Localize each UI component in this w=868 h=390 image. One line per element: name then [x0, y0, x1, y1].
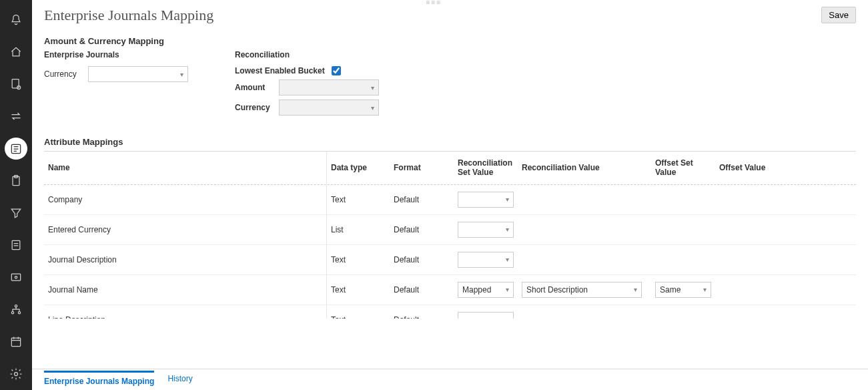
mapping-icon[interactable]	[5, 138, 27, 160]
th-offset-value: Offset Value	[715, 152, 809, 184]
chevron-down-icon: ▾	[703, 286, 707, 293]
cell-recon-value	[518, 185, 651, 214]
cell-name: Journal Name	[44, 275, 327, 305]
chevron-down-icon: ▾	[371, 84, 374, 91]
recon-currency-select[interactable]: ▾	[279, 100, 379, 116]
chevron-down-icon: ▾	[506, 256, 509, 264]
cell-offset-value	[715, 185, 809, 214]
ej-currency-select[interactable]: ▾	[88, 66, 188, 82]
cell-data-type: Text	[327, 305, 390, 319]
attribute-mappings-heading: Attribute Mappings	[44, 137, 856, 147]
cell-data-type: Text	[327, 185, 390, 214]
chevron-down-icon: ▾	[506, 226, 509, 234]
chevron-down-icon: ▾	[506, 316, 509, 319]
recon-set-value-select[interactable]: ▾	[458, 252, 514, 268]
cell-recon-value	[518, 305, 651, 319]
view-icon[interactable]	[0, 261, 32, 293]
svg-rect-5	[12, 241, 20, 250]
cell-offset-set-value	[651, 215, 715, 244]
tab-enterprise-journals-mapping[interactable]: Enterprise Journals Mapping	[44, 371, 154, 389]
svg-point-8	[15, 305, 17, 307]
cell-offset-set-value	[651, 305, 715, 319]
th-recon-set-value: Reconciliation Set Value	[454, 152, 518, 184]
svg-point-10	[18, 311, 20, 313]
chevron-down-icon: ▾	[180, 71, 183, 78]
cell-format: Default	[390, 305, 454, 319]
cell-format: Default	[390, 245, 454, 274]
recon-set-value-select[interactable]: ▾	[458, 312, 514, 319]
cell-recon-set-value: ▾	[454, 305, 518, 319]
cell-recon-set-value: ▾	[454, 245, 518, 274]
gear-icon[interactable]	[0, 358, 32, 390]
cell-format: Default	[390, 275, 454, 305]
table-header-row: Name Data type Format Reconciliation Set…	[44, 152, 856, 185]
table-body: CompanyTextDefault▾Entered CurrencyListD…	[44, 185, 856, 319]
cell-data-type: Text	[327, 245, 390, 274]
th-name: Name	[44, 152, 327, 184]
recon-value-select[interactable]: Short Description▾	[522, 282, 642, 298]
recon-currency-label: Currency	[235, 103, 272, 112]
cell-offset-set-value	[651, 185, 715, 214]
th-format: Format	[390, 152, 454, 184]
offset-set-value-select[interactable]: Same▾	[655, 282, 711, 298]
recon-set-value-select[interactable]: ▾	[458, 222, 514, 238]
cell-format: Default	[390, 185, 454, 214]
cell-recon-set-value: ▾	[454, 215, 518, 244]
cell-recon-value	[518, 215, 651, 244]
clipboard-icon[interactable]	[0, 165, 32, 197]
table-row: Entered CurrencyListDefault▾	[44, 215, 856, 245]
cell-recon-set-value: Mapped▾	[454, 275, 518, 305]
left-sidebar	[0, 0, 32, 390]
cell-offset-value	[715, 305, 809, 319]
cell-name: Entered Currency	[44, 215, 327, 244]
recon-amount-select[interactable]: ▾	[279, 79, 379, 95]
chevron-down-icon: ▾	[371, 104, 374, 112]
cell-name: Company	[44, 185, 327, 214]
lowest-enabled-label: Lowest Enabled Bucket	[235, 66, 325, 75]
cell-name: Line Description	[44, 305, 327, 319]
cell-name: Journal Description	[44, 245, 327, 274]
cell-offset-set-value: Same▾	[651, 275, 715, 305]
table-row: Journal NameTextDefaultMapped▾Short Desc…	[44, 275, 856, 305]
recon-set-value-select[interactable]: ▾	[458, 192, 514, 208]
th-offset-set-value: Offset Set Value	[651, 152, 715, 184]
chevron-down-icon: ▾	[506, 286, 509, 294]
amount-currency-heading: Amount & Currency Mapping	[44, 36, 856, 46]
th-data-type: Data type	[327, 152, 390, 184]
filter-icon[interactable]	[0, 197, 32, 229]
recon-amount-label: Amount	[235, 83, 272, 92]
cell-recon-set-value: ▾	[454, 185, 518, 214]
calendar-icon[interactable]	[0, 326, 32, 358]
swap-icon[interactable]	[0, 100, 32, 132]
bell-icon[interactable]	[0, 4, 32, 36]
cell-offset-value	[715, 275, 809, 305]
home-icon[interactable]	[0, 36, 32, 68]
main-content: Enterprise Journals Mapping Save Amount …	[32, 0, 868, 390]
document-gear-icon[interactable]	[0, 68, 32, 100]
bottom-tabs: Enterprise Journals Mapping History	[32, 369, 868, 390]
table-row: Journal DescriptionTextDefault▾	[44, 245, 856, 275]
ej-currency-label: Currency	[44, 69, 81, 79]
table-row: Line DescriptionTextDefault▾	[44, 305, 856, 319]
enterprise-journals-column: Enterprise Journals Currency ▾	[44, 50, 188, 120]
svg-rect-6	[11, 274, 20, 280]
page-title: Enterprise Journals Mapping	[44, 7, 213, 24]
attribute-table: Name Data type Format Reconciliation Set…	[44, 151, 856, 319]
cell-data-type: List	[327, 215, 390, 244]
cell-data-type: Text	[327, 275, 390, 305]
reconciliation-column: Reconciliation Lowest Enabled Bucket Amo…	[235, 50, 379, 120]
cell-offset-value	[715, 245, 809, 274]
save-button[interactable]: Save	[821, 7, 856, 23]
th-recon-value: Reconciliation Value	[518, 152, 651, 184]
svg-rect-11	[11, 338, 20, 347]
recon-set-value-select[interactable]: Mapped▾	[458, 282, 514, 298]
cell-format: Default	[390, 215, 454, 244]
cell-offset-value	[715, 215, 809, 244]
reconciliation-heading: Reconciliation	[235, 50, 379, 59]
enterprise-journals-heading: Enterprise Journals	[44, 50, 188, 59]
lowest-enabled-checkbox[interactable]	[332, 66, 341, 75]
chevron-down-icon: ▾	[506, 196, 509, 204]
report-icon[interactable]	[0, 229, 32, 261]
tab-history[interactable]: History	[167, 374, 192, 386]
hierarchy-icon[interactable]	[0, 294, 32, 326]
